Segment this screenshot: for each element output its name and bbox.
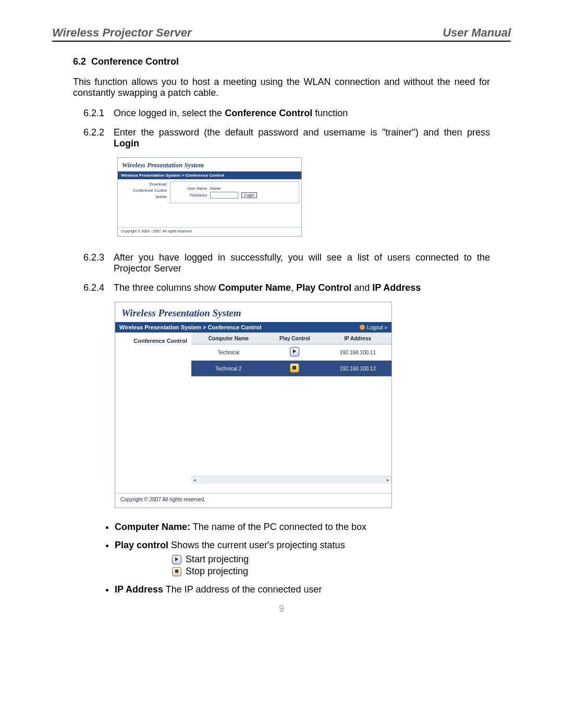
login-button[interactable]: Login [241, 192, 257, 198]
password-label: Password [175, 193, 207, 198]
scroll-right-icon[interactable]: ▸ [387, 477, 389, 483]
step-6-2-4: 6.2.4 The three columns show Computer Na… [83, 282, 490, 293]
breadcrumb-bar: Wireless Presentation System > Conferenc… [115, 322, 391, 332]
step-num: 6.2.4 [83, 282, 114, 293]
stop-icon[interactable] [290, 363, 299, 373]
section-name: Conference Control [91, 56, 179, 67]
cell-name: Technical 2 [191, 361, 266, 377]
step-6-2-3: 6.2.3 After you have logged in successfu… [83, 252, 490, 274]
scroll-left-icon[interactable]: ◂ [193, 477, 196, 483]
password-input[interactable] [210, 192, 238, 199]
header-right: User Manual [443, 26, 511, 40]
table-row[interactable]: Technical 2 192.168.100.12 [191, 361, 391, 377]
step-6-2-1: 6.2.1 Once logged in, select the Confere… [83, 108, 490, 119]
nav-conference[interactable]: Conference Control [120, 188, 167, 194]
bullet-ip-address: IP Address The IP address of the connect… [115, 584, 490, 595]
step-num: 6.2.2 [83, 127, 114, 149]
conf-copyright: Copyright © 2007 All rights reserved. [115, 493, 391, 508]
nav-admin[interactable]: Admin [120, 194, 167, 200]
cell-ip: 192.168.100.12 [324, 361, 391, 377]
play-icon[interactable] [290, 347, 299, 356]
page-number: 9 [52, 603, 511, 614]
step-num: 6.2.1 [83, 108, 114, 119]
col-computer-name: Computer Name [191, 333, 266, 344]
step-body: Once logged in, select the Conference Co… [114, 108, 490, 119]
col-play-control: Play Control [266, 333, 324, 344]
wps-logo: Wireless Presentation System ystem [118, 158, 301, 171]
cell-ip: 192.168.100.11 [324, 344, 391, 361]
step-body: After you have logged in successfully, y… [114, 252, 490, 274]
conference-screenshot: Wireless Presentation System ystem Wirel… [115, 302, 392, 508]
col-ip-address: IP Address [324, 333, 391, 344]
sub-stop-projecting: Stop projecting [172, 566, 490, 577]
bullet-play-control: Play control Shows the current user's pr… [115, 540, 490, 577]
table-empty-area [191, 377, 391, 476]
stop-icon [172, 567, 181, 576]
intro-paragraph: This function allows you to host a meeti… [73, 77, 490, 98]
breadcrumb-text: Wireless Presentation System > Conferenc… [119, 324, 261, 330]
username-label: User Name [175, 186, 207, 191]
login-copyright: Copyright © 2003 - 2007. All rights rese… [118, 227, 301, 236]
section-title: 6.2 Conference Control [73, 56, 511, 67]
step-num: 6.2.3 [83, 252, 114, 274]
page-header: Wireless Projector Server User Manual [52, 26, 511, 42]
step-body: The three columns show Computer Name, Pl… [114, 282, 490, 293]
description-list: Computer Name: The name of the PC connec… [94, 522, 490, 595]
header-left: Wireless Projector Server [52, 26, 192, 40]
breadcrumb-bar: Wireless Presentation System > Conferenc… [118, 171, 301, 179]
nav-conference[interactable]: Conference Control [119, 338, 187, 344]
bullet-computer-name: Computer Name: The name of the PC connec… [115, 522, 490, 533]
logout-link[interactable]: Logout » [360, 325, 387, 330]
horizontal-scrollbar[interactable]: ◂ ▸ [191, 476, 391, 484]
cell-name: Technical [191, 344, 266, 361]
step-6-2-2: 6.2.2 Enter the password (the default pa… [83, 127, 490, 149]
conf-sidebar: Conference Control [115, 332, 191, 484]
user-icon [360, 325, 365, 330]
section-number: 6.2 [73, 56, 86, 67]
login-screenshot: Wireless Presentation System ystem Wirel… [117, 157, 302, 237]
conference-table: Computer Name Play Control IP Address Te… [191, 332, 391, 377]
step-body: Enter the password (the default password… [114, 127, 490, 149]
nav-download[interactable]: Download [120, 181, 167, 188]
login-panel: User Name trainer Password Login [170, 181, 299, 203]
wps-logo: Wireless Presentation System ystem [115, 302, 391, 322]
login-sidebar: Download Conference Control Admin [118, 179, 169, 208]
table-row[interactable]: Technical 192.168.100.11 [191, 344, 391, 361]
play-icon [172, 555, 181, 564]
username-value: trainer [210, 186, 221, 191]
sub-start-projecting: Start projecting [172, 554, 490, 565]
